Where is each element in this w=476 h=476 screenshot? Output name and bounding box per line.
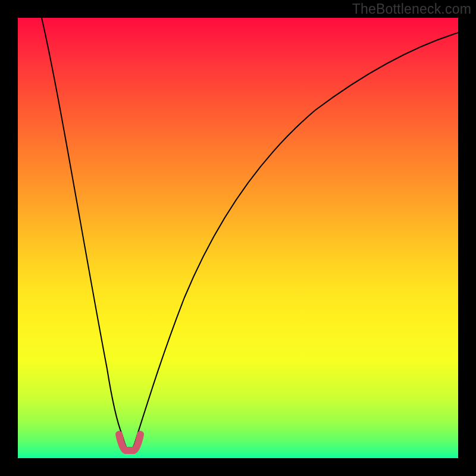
curve-path — [42, 18, 458, 450]
plot-area — [18, 18, 458, 458]
bottleneck-curve — [18, 18, 458, 458]
min-marker-u — [119, 434, 140, 450]
chart-container: TheBottleneck.com — [0, 0, 476, 476]
watermark-text: TheBottleneck.com — [352, 1, 471, 17]
